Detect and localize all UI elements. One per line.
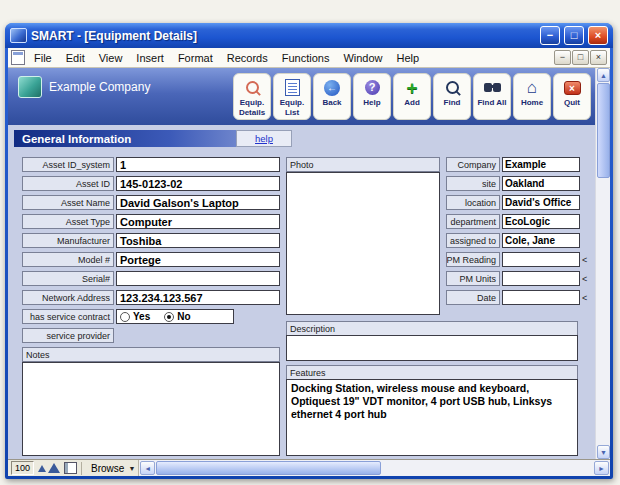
radio-no[interactable] [164, 312, 174, 322]
window-title: SMART - [Equipment Details] [31, 29, 536, 43]
network-address-label: Network Address [22, 290, 114, 305]
find-button[interactable]: Find [433, 73, 471, 120]
mdi-close-button[interactable]: × [590, 50, 607, 65]
divider [81, 462, 82, 475]
field-marker: < [582, 252, 592, 267]
field-marker: < [582, 290, 592, 305]
location-label: location [446, 195, 500, 210]
description-label: Description [286, 321, 578, 336]
equip-list-icon [285, 79, 300, 96]
asset-name-label: Asset Name [22, 195, 114, 210]
app-client-area: File Edit View Insert Format Records Fun… [8, 48, 610, 476]
minimize-button[interactable]: − [540, 26, 560, 45]
photo-label: Photo [286, 157, 440, 172]
help-link[interactable]: help [255, 133, 273, 144]
find-all-icon [484, 83, 492, 92]
company-name: Example Company [49, 80, 150, 94]
notes-label: Notes [22, 347, 280, 362]
status-area-toggle-icon[interactable] [64, 462, 77, 474]
equip-details-icon [246, 81, 259, 94]
app-window: SMART - [Equipment Details] − □ × File E… [5, 23, 613, 479]
menu-insert[interactable]: Insert [129, 51, 171, 65]
photo-field[interactable] [286, 172, 440, 315]
company-header: Example Company [18, 76, 150, 98]
mode-label: Browse [91, 463, 124, 474]
description-field[interactable] [286, 335, 578, 361]
asset-type-label: Asset Type [22, 214, 114, 229]
menu-records[interactable]: Records [220, 51, 275, 65]
site-field[interactable]: Oakland [502, 176, 580, 191]
pm-units-field[interactable] [502, 271, 580, 286]
service-contract-field: Yes No [116, 309, 234, 324]
department-field[interactable]: EcoLogic [502, 214, 580, 229]
company-field[interactable]: Example [502, 157, 580, 172]
menu-window[interactable]: Window [336, 51, 389, 65]
help-button[interactable]: ? Help [353, 73, 391, 120]
model-number-field[interactable]: Portege [116, 252, 280, 267]
menu-view[interactable]: View [92, 51, 130, 65]
add-button[interactable]: + Add [393, 73, 431, 120]
scroll-right-icon[interactable]: ► [594, 461, 609, 475]
section-title: General Information [14, 130, 236, 147]
radio-yes[interactable] [120, 312, 130, 322]
mdi-restore-button[interactable]: □ [572, 50, 589, 65]
back-icon: ← [324, 80, 340, 96]
asset-id-system-field[interactable]: 1 [116, 157, 280, 172]
company-label: Company [446, 157, 500, 172]
asset-type-field[interactable]: Computer [116, 214, 280, 229]
menu-edit[interactable]: Edit [59, 51, 92, 65]
status-bar: 100 Browse ▼ ◄ ► [8, 459, 610, 476]
service-provider-label: service provider [22, 328, 114, 343]
serial-number-field[interactable] [116, 271, 280, 286]
date-field[interactable] [502, 290, 580, 305]
layout-canvas: Example Company Equip. Details Equip. Li… [8, 68, 595, 459]
back-button[interactable]: ← Back [313, 73, 351, 120]
menu-format[interactable]: Format [171, 51, 220, 65]
scroll-up-icon[interactable]: ▲ [597, 68, 610, 82]
home-icon: ⌂ [527, 79, 537, 96]
network-address-field[interactable]: 123.234.123.567 [116, 290, 280, 305]
horizontal-scroll-thumb[interactable] [156, 461, 381, 475]
vertical-scrollbar[interactable]: ▲ ▼ [595, 68, 610, 459]
maximize-button[interactable]: □ [564, 26, 584, 45]
menu-functions[interactable]: Functions [275, 51, 337, 65]
asset-id-system-label: Asset ID_system [22, 157, 114, 172]
mdi-minimize-button[interactable]: − [554, 50, 571, 65]
pm-reading-label: PM Reading [446, 252, 500, 267]
pm-reading-field[interactable] [502, 252, 580, 267]
help-tab: help [236, 130, 292, 147]
features-field[interactable]: Docking Station, wireless mouse and keyb… [286, 379, 578, 456]
close-button[interactable]: × [588, 26, 608, 45]
zoom-level[interactable]: 100 [11, 461, 34, 475]
horizontal-scrollbar[interactable]: ◄ ► [138, 460, 610, 476]
location-field[interactable]: David's Office [502, 195, 580, 210]
zoom-in-icon[interactable] [48, 463, 60, 473]
menu-help[interactable]: Help [390, 51, 427, 65]
model-number-label: Model # [22, 252, 114, 267]
service-contract-label: has service contract [22, 309, 114, 324]
asset-name-field[interactable]: David Galson's Laptop [116, 195, 280, 210]
home-button[interactable]: ⌂ Home [513, 73, 551, 120]
quit-button[interactable]: × Quit [553, 73, 591, 120]
scroll-down-icon[interactable]: ▼ [597, 445, 610, 459]
field-marker: < [582, 271, 592, 286]
find-all-button[interactable]: Find All [473, 73, 511, 120]
menu-file[interactable]: File [27, 51, 59, 65]
asset-id-field[interactable]: 145-0123-02 [116, 176, 280, 191]
site-label: site [446, 176, 500, 191]
assigned-to-field[interactable]: Cole, Jane [502, 233, 580, 248]
equip-list-button[interactable]: Equip. List [273, 73, 311, 120]
title-bar[interactable]: SMART - [Equipment Details] − □ × [5, 23, 613, 48]
manufacturer-field[interactable]: Toshiba [116, 233, 280, 248]
notes-field[interactable] [22, 362, 280, 456]
mode-popup[interactable]: Browse ▼ [88, 463, 138, 474]
layout-toolbar: Example Company Equip. Details Equip. Li… [8, 68, 595, 125]
vertical-scroll-thumb[interactable] [597, 83, 610, 178]
zoom-out-icon[interactable] [38, 465, 46, 472]
chevron-down-icon: ▼ [128, 465, 135, 472]
scroll-left-icon[interactable]: ◄ [140, 461, 155, 475]
pm-units-label: PM Units [446, 271, 500, 286]
add-icon: + [406, 79, 417, 96]
equip-details-button[interactable]: Equip. Details [233, 73, 271, 120]
assigned-to-label: assigned to [446, 233, 500, 248]
